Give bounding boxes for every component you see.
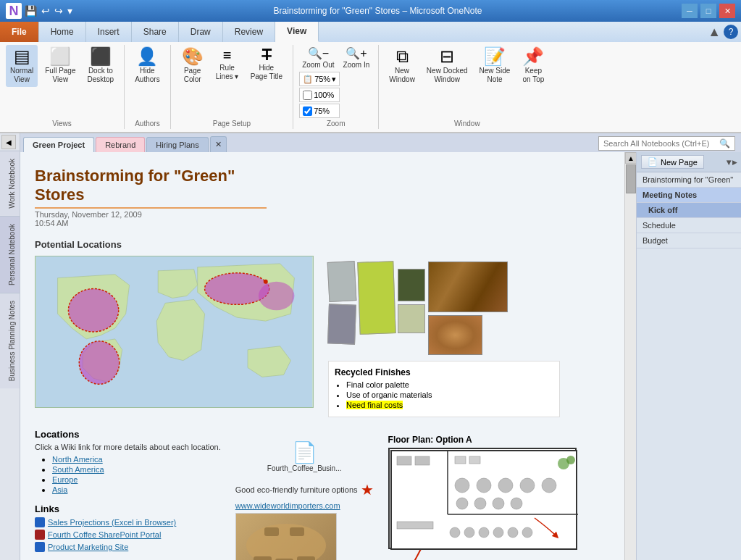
zoom-in-button[interactable]: 🔍+ Zoom In (340, 45, 373, 70)
page-meeting-notes[interactable]: Meeting Notes (637, 188, 741, 203)
redo-button[interactable]: ↪ (53, 5, 64, 17)
save-button[interactable]: 💾 (23, 5, 38, 17)
ribbon-collapse-icon[interactable]: ▲ (708, 25, 721, 40)
new-side-note-button[interactable]: 📝 New SideNote (475, 45, 515, 87)
scroll-up-button[interactable]: ▲ (625, 152, 637, 164)
tab-share[interactable]: Share (132, 22, 179, 42)
search-input[interactable] (603, 139, 719, 148)
normal-view-button[interactable]: ▤ NormalView (6, 45, 38, 87)
sidebar-item-work-notebook[interactable]: Work Notebook (0, 151, 20, 216)
zoom-75-option[interactable]: 75% (299, 104, 340, 118)
floor-plan-section: Floor Plan: Option A (388, 435, 577, 560)
new-window-button[interactable]: ⧉ NewWindow (385, 45, 419, 87)
sidebar-collapse-button[interactable]: ◀ (1, 135, 16, 149)
sidebar-item-personal-notebook[interactable]: Personal Notebook (0, 216, 20, 293)
tab-view[interactable]: View (275, 22, 319, 42)
pdf-label: Fourth_Coffee_Busin... (267, 464, 342, 472)
new-window-label: NewWindow (389, 67, 415, 84)
zoom-out-button[interactable]: 🔍− Zoom Out (299, 45, 337, 70)
list-item-north-america: North America (52, 454, 221, 464)
asia-link[interactable]: Asia (52, 485, 67, 494)
hide-authors-button[interactable]: 👤 HideAuthors (130, 45, 164, 87)
tab-draw[interactable]: Draw (179, 22, 223, 42)
attachments-area: 📄 Fourth_Coffee_Busin... Good eco-friend… (235, 435, 374, 560)
furniture-image (235, 513, 337, 560)
svg-point-28 (474, 498, 486, 509)
svg-point-25 (520, 478, 535, 493)
tab-home[interactable]: Home (39, 22, 86, 42)
note-scroll-area[interactable]: Brainstorming for "Green" Stores Thursda… (35, 167, 610, 560)
panel-expand-icon[interactable]: ▾ (727, 157, 731, 167)
zoom-in-label: Zoom In (343, 61, 370, 69)
svg-point-26 (542, 478, 556, 493)
note-tab-hiring-plans[interactable]: Hiring Plans (146, 137, 208, 152)
south-america-link[interactable]: South America (52, 465, 104, 474)
ribbon-group-zoom: 🔍− Zoom Out 🔍+ Zoom In 📋 75% ▾ (293, 45, 379, 129)
ribbon: File Home Insert Share Draw Review View … (0, 22, 741, 133)
swatch-green-bright (357, 261, 395, 335)
page-color-button[interactable]: 🎨 PageColor (177, 45, 209, 87)
svg-rect-21 (469, 456, 480, 464)
fourth-coffee-link[interactable]: Fourth Coffee SharePoint Portal (48, 530, 161, 539)
scroll-thumb[interactable] (626, 164, 636, 193)
zoom-75-opt-label: 75% (314, 106, 330, 115)
onenote-logo: N (6, 3, 22, 19)
note-tab-add[interactable]: ✕ (210, 136, 227, 152)
zoom-100-checkbox[interactable]: 100% (299, 88, 340, 102)
note-tab-rebrand[interactable]: Rebrand (96, 137, 145, 152)
search-icon: 🔍 (719, 138, 730, 149)
hide-authors-icon: 👤 (136, 48, 158, 65)
locations-section: Locations Click a Wiki link for more det… (35, 429, 221, 560)
tab-file[interactable]: File (0, 22, 39, 42)
page-brainstorming[interactable]: Brainstorming for "Green" (637, 172, 741, 188)
new-docked-window-button[interactable]: ⊟ New DockedWindow (422, 45, 472, 87)
close-button[interactable]: ✕ (719, 4, 735, 18)
svg-point-35 (493, 527, 503, 538)
sales-projections-link[interactable]: Sales Projections (Excel in Browser) (48, 518, 176, 527)
europe-link[interactable]: Europe (52, 475, 78, 484)
page-setup-buttons: 🎨 PageColor ≡ RuleLines ▾ T̶ HidePage Ti… (177, 45, 287, 118)
zoom-75-check[interactable] (303, 106, 312, 116)
full-page-view-button[interactable]: ⬜ Full PageView (41, 45, 80, 87)
panel-options-icon[interactable]: ▸ (732, 157, 737, 167)
new-window-icon: ⧉ (396, 48, 409, 65)
page-budget[interactable]: Budget (637, 233, 741, 248)
ribbon-group-authors: 👤 HideAuthors Authors (125, 45, 170, 129)
zoom-percent-75[interactable]: 📋 75% ▾ (299, 72, 340, 86)
new-page-button[interactable]: 📄 New Page (641, 155, 704, 169)
svg-point-24 (498, 478, 513, 493)
product-marketing-link[interactable]: Product Marketing Site (48, 543, 128, 551)
zoom-out-icon: 🔍− (308, 46, 329, 60)
svg-point-29 (493, 498, 504, 509)
locations-subtitle: Click a Wiki link for more details about… (35, 443, 221, 451)
full-page-label: Full PageView (45, 67, 75, 84)
north-america-link[interactable]: North America (52, 455, 103, 464)
views-buttons: ▤ NormalView ⬜ Full PageView ⬛ Dock toDe… (6, 45, 118, 118)
furniture-url[interactable]: www.wideworldimporters.com (235, 501, 374, 510)
sidebar-item-business-planning[interactable]: Business Planning Notes (0, 293, 20, 388)
page-kick-off[interactable]: Kick off (637, 203, 741, 218)
dock-to-desktop-button[interactable]: ⬛ Dock toDesktop (83, 45, 118, 87)
swatch-gray-1 (327, 261, 357, 302)
rule-lines-button[interactable]: ≡ RuleLines ▾ (212, 45, 243, 84)
search-bar[interactable]: 🔍 (598, 136, 735, 151)
swatch-gray-2 (327, 304, 356, 344)
new-side-note-icon: 📝 (484, 48, 506, 65)
hide-page-title-button[interactable]: T̶ HidePage Title (246, 45, 287, 84)
help-button[interactable]: ? (724, 25, 738, 39)
maximize-button[interactable]: □ (700, 4, 716, 18)
note-tab-green-project[interactable]: Green Project (23, 137, 94, 152)
pdf-attachment[interactable]: 📄 Fourth_Coffee_Busin... (235, 440, 374, 472)
page-color-icon: 🎨 (182, 48, 204, 65)
tab-review[interactable]: Review (223, 22, 275, 42)
undo-button[interactable]: ↩ (40, 5, 51, 17)
zoom-100-check[interactable] (303, 91, 312, 100)
minimize-button[interactable]: ─ (682, 4, 698, 18)
customize-qa-button[interactable]: ▾ (66, 5, 74, 17)
svg-point-23 (477, 478, 491, 493)
keep-on-top-button[interactable]: 📌 Keepon Top (517, 45, 549, 87)
svg-point-32 (450, 527, 460, 538)
page-schedule[interactable]: Schedule (637, 218, 741, 233)
tab-insert[interactable]: Insert (86, 22, 132, 42)
svg-point-27 (456, 498, 468, 509)
